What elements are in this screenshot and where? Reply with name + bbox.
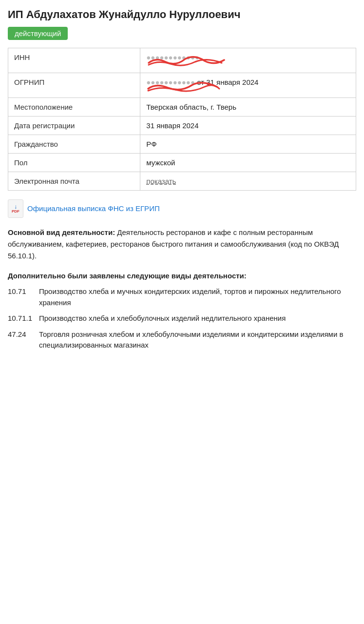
gender-label: Пол [8, 153, 140, 172]
inn-label: ИНН [8, 48, 140, 73]
list-item: 47.24 Торговля розничная хлебом и хлебоб… [8, 329, 356, 351]
activity-desc-2: Производство хлеба и хлебобулочных издел… [39, 313, 356, 324]
table-row-location: Местоположение Тверская область, г. Твер… [8, 98, 356, 116]
citizenship-label: Гражданство [8, 135, 140, 153]
activity-desc-3: Торговля розничная хлебом и хлебобулочны… [39, 329, 356, 351]
show-email-link[interactable]: показать [146, 177, 176, 185]
regdate-label: Дата регистрации [8, 116, 140, 135]
fns-link-row: ↓ PDF Официальная выписка ФНС из ЕГРИП [8, 199, 356, 218]
email-label: Электронная почта [8, 172, 140, 190]
list-item: 10.71.1 Производство хлеба и хлебобулочн… [8, 313, 356, 324]
pdf-label: PDF [12, 210, 19, 214]
activity-list: 10.71 Производство хлеба и мучных кондит… [8, 286, 356, 351]
list-item: 10.71 Производство хлеба и мучных кондит… [8, 286, 356, 308]
gender-value: мужской [140, 153, 356, 172]
ogrn-value: ●●●●●●●●●●● от 31 января 2024 [140, 73, 356, 98]
citizenship-value: РФ [140, 135, 356, 153]
activity-code-3: 47.24 [8, 329, 33, 351]
table-row-inn: ИНН ●●●●●●●●●●●● [8, 48, 356, 73]
email-value: показать [140, 172, 356, 190]
inn-value: ●●●●●●●●●●●● [140, 48, 356, 73]
regdate-value: 31 января 2024 [140, 116, 356, 135]
additional-activities-title: Дополнительно были заявлены следующие ви… [8, 271, 356, 282]
location-label: Местоположение [8, 98, 140, 116]
status-badge: действующий [8, 27, 68, 40]
activity-desc-1: Производство хлеба и мучных кондитерских… [39, 286, 356, 308]
location-value: Тверская область, г. Тверь [140, 98, 356, 116]
download-arrow-icon: ↓ [14, 204, 17, 210]
main-activity-label: Основной вид деятельности: [8, 228, 115, 236]
fns-link[interactable]: Официальная выписка ФНС из ЕГРИП [27, 204, 160, 213]
activity-code-2: 10.71.1 [8, 313, 33, 324]
table-row-citizenship: Гражданство РФ [8, 135, 356, 153]
activity-code-1: 10.71 [8, 286, 33, 308]
page-title: ИП Абдулахатов Жунайдулло Нуруллоевич [8, 8, 356, 22]
table-row-email: Электронная почта показать [8, 172, 356, 190]
pdf-icon: ↓ PDF [8, 199, 23, 218]
info-table: ИНН ●●●●●●●●●●●● ОГРНИП ●●●●●●●●●●● от 3… [8, 48, 356, 191]
ogrn-label: ОГРНИП [8, 73, 140, 98]
table-row-gender: Пол мужской [8, 153, 356, 172]
table-row-ogrn: ОГРНИП ●●●●●●●●●●● от 31 января 2024 [8, 73, 356, 98]
main-activity-paragraph: Основной вид деятельности: Деятельность … [8, 227, 356, 262]
table-row-regdate: Дата регистрации 31 января 2024 [8, 116, 356, 135]
